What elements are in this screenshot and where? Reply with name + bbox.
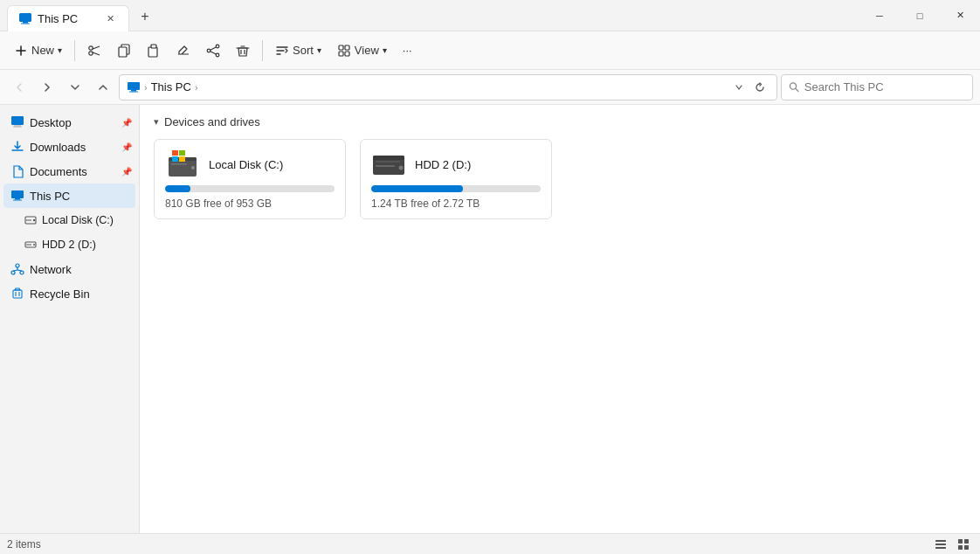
sidebar-item-documents[interactable]: Documents 📌: [0, 159, 139, 184]
view-button[interactable]: View ▾: [330, 39, 394, 62]
drive-top-c: Local Disk (C:): [165, 149, 335, 180]
active-tab[interactable]: This PC ✕: [7, 5, 129, 31]
localdisk-label: Local Disk (C:): [42, 214, 114, 226]
drive-tile-c[interactable]: Local Disk (C:) 810 GB free of 953 GB: [154, 139, 346, 219]
minimize-button[interactable]: ─: [859, 0, 900, 31]
separator-1: [74, 40, 75, 61]
drive-bar-fill-c: [165, 185, 190, 192]
rename-button[interactable]: [169, 39, 197, 62]
svg-point-37: [33, 244, 35, 246]
drive-bar-bg-d: [371, 185, 541, 192]
expand-icon: [70, 82, 80, 93]
svg-point-4: [89, 51, 93, 54]
sidebar-item-localdisk[interactable]: Local Disk (C:): [0, 208, 139, 232]
copy-button[interactable]: [110, 39, 138, 62]
svg-point-41: [20, 271, 24, 274]
search-input[interactable]: [804, 80, 965, 93]
svg-line-6: [93, 52, 100, 54]
new-dropdown-icon: ▾: [58, 45, 62, 55]
grid-view-button[interactable]: [954, 536, 973, 553]
refresh-button[interactable]: [750, 78, 770, 97]
delete-button[interactable]: [229, 39, 257, 62]
svg-rect-64: [958, 539, 963, 544]
content-area: ▾ Devices and drives: [140, 105, 980, 533]
svg-rect-57: [373, 156, 404, 160]
paste-button[interactable]: [140, 39, 168, 62]
plus-icon: [14, 44, 28, 58]
status-view-toggles: [931, 536, 973, 553]
svg-rect-54: [172, 156, 178, 162]
sidebar-item-thispc[interactable]: This PC: [3, 184, 135, 208]
sidebar-item-downloads[interactable]: Downloads 📌: [0, 135, 139, 159]
drives-grid: Local Disk (C:) 810 GB free of 953 GB: [154, 139, 966, 219]
title-bar: This PC ✕ + ─ □ ✕: [0, 0, 980, 31]
sidebar-item-network[interactable]: Network: [0, 257, 139, 281]
list-view-button[interactable]: [931, 536, 950, 553]
address-box[interactable]: › This PC ›: [119, 74, 777, 100]
section-chevron: ▾: [154, 116, 159, 128]
more-dots: ···: [403, 44, 412, 57]
search-box[interactable]: [781, 74, 973, 100]
svg-point-50: [191, 166, 195, 170]
downloads-icon: [10, 140, 24, 154]
drive-bar-bg-c: [165, 185, 335, 192]
addr-actions: [729, 78, 770, 97]
svg-rect-66: [958, 545, 963, 550]
svg-rect-10: [151, 45, 156, 48]
tab-close-button[interactable]: ✕: [103, 11, 118, 26]
addr-dropdown-button[interactable]: [729, 78, 749, 97]
sort-dropdown-icon: ▾: [317, 45, 321, 55]
maximize-button[interactable]: □: [900, 0, 940, 31]
svg-rect-28: [14, 125, 21, 127]
drive-info-d: HDD 2 (D:): [415, 158, 471, 171]
drive-tile-d[interactable]: HDD 2 (D:) 1.24 TB free of 2.72 TB: [360, 139, 552, 219]
svg-rect-30: [11, 190, 24, 198]
downloads-pin: 📌: [121, 142, 132, 152]
close-button[interactable]: ✕: [940, 0, 980, 31]
sidebar-item-recycle[interactable]: Recycle Bin: [0, 281, 139, 306]
expand-button[interactable]: [63, 75, 87, 100]
thispc-sidebar-icon: [10, 189, 24, 203]
up-button[interactable]: [91, 75, 115, 100]
svg-rect-8: [119, 47, 127, 57]
back-button[interactable]: [7, 75, 31, 100]
thispc-address-icon: [127, 80, 141, 94]
localdisk-icon: [24, 214, 37, 226]
forward-button[interactable]: [35, 75, 59, 100]
svg-rect-63: [935, 547, 946, 549]
svg-point-34: [33, 219, 35, 221]
windows-drive-icon: [165, 149, 200, 180]
status-bar: 2 items: [0, 533, 980, 554]
new-tab-button[interactable]: +: [133, 4, 157, 29]
rename-icon: [176, 44, 190, 58]
cut-button[interactable]: [80, 39, 108, 62]
section-header-devices[interactable]: ▾ Devices and drives: [154, 115, 966, 128]
svg-rect-31: [15, 198, 20, 200]
svg-rect-51: [171, 163, 187, 165]
grid-view-icon: [957, 538, 970, 551]
svg-point-39: [16, 264, 19, 267]
svg-point-13: [207, 49, 210, 52]
address-bar-row: › This PC ›: [0, 70, 980, 105]
hdd-icon: [24, 239, 37, 251]
sort-button[interactable]: Sort ▾: [268, 39, 328, 62]
sidebar-item-desktop[interactable]: Desktop 📌: [0, 110, 139, 135]
svg-rect-32: [13, 200, 22, 201]
svg-rect-0: [19, 13, 31, 22]
new-button[interactable]: New ▾: [7, 39, 69, 62]
share-icon: [206, 44, 220, 58]
svg-rect-60: [376, 161, 400, 163]
svg-rect-67: [964, 545, 969, 550]
drive-top-d: HDD 2 (D:): [371, 149, 541, 180]
sidebar-item-hdd2[interactable]: HDD 2 (D:): [0, 232, 139, 257]
share-button[interactable]: [199, 39, 227, 62]
recycle-icon: [10, 287, 24, 301]
svg-point-3: [89, 45, 93, 49]
addr-chevron-2: ›: [195, 82, 198, 93]
more-button[interactable]: ···: [396, 39, 419, 61]
sidebar: Desktop 📌 Downloads 📌 Documents 📌: [0, 105, 140, 533]
svg-line-44: [17, 270, 22, 271]
copy-icon: [117, 44, 131, 58]
svg-rect-9: [148, 47, 157, 57]
svg-rect-55: [179, 156, 185, 162]
